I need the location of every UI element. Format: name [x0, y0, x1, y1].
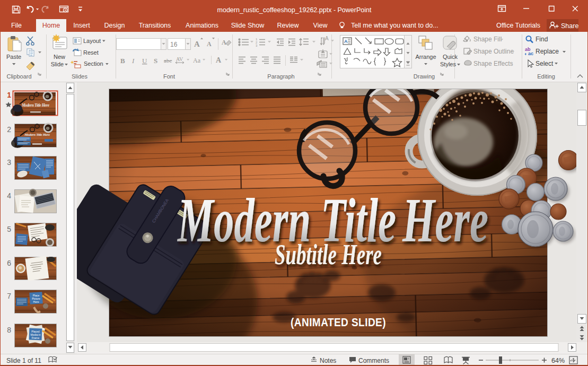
svg-text:(ANIMATED SLIDE): (ANIMATED SLIDE): [291, 316, 386, 329]
svg-text:3: 3: [7, 158, 11, 167]
svg-text:Find: Find: [536, 36, 548, 43]
svg-text:modern_rustic_coffeeshop_19262: modern_rustic_coffeeshop_19262.pptx - Po…: [217, 6, 372, 14]
svg-text:6: 6: [7, 259, 11, 267]
svg-text:New: New: [54, 54, 65, 60]
svg-text:Subtitle Here: Subtitle Here: [275, 238, 382, 271]
svg-text:Modern Title Here: Modern Title Here: [21, 103, 50, 108]
svg-text:I: I: [131, 57, 135, 65]
svg-text:Slides: Slides: [72, 73, 87, 80]
svg-text:Font: Font: [163, 73, 175, 80]
svg-text:Reset: Reset: [83, 49, 99, 56]
svg-text:A: A: [216, 56, 222, 64]
svg-text:5: 5: [7, 225, 11, 233]
svg-text:Arrange: Arrange: [415, 54, 436, 60]
svg-text:Clipboard: Clipboard: [6, 73, 31, 80]
svg-text:8: 8: [7, 326, 11, 334]
svg-text:Here: Here: [402, 186, 488, 255]
svg-text:Share: Share: [561, 22, 578, 30]
svg-text:Aa: Aa: [193, 57, 201, 64]
svg-text:7: 7: [7, 292, 11, 300]
svg-text:A: A: [344, 39, 348, 44]
svg-text:A: A: [325, 36, 329, 41]
svg-text:Layout: Layout: [83, 38, 101, 44]
svg-text:Shape Outline: Shape Outline: [473, 48, 514, 55]
svg-text:Select: Select: [536, 60, 554, 67]
svg-text:S: S: [154, 57, 157, 65]
svg-text:Frame: Frame: [32, 336, 40, 339]
svg-text:U: U: [142, 57, 147, 65]
svg-text:Comments: Comments: [358, 357, 389, 364]
svg-text:ac: ac: [528, 51, 533, 56]
svg-text:Shape Fill: Shape Fill: [473, 36, 502, 43]
svg-text:4: 4: [7, 191, 11, 200]
svg-text:Slide: Slide: [51, 61, 64, 67]
svg-text:Drawing: Drawing: [414, 73, 435, 80]
svg-text:Slide 1 of 11: Slide 1 of 11: [6, 357, 41, 364]
svg-text:Tell me what you want to do...: Tell me what you want to do...: [351, 22, 438, 29]
svg-text:64%: 64%: [551, 357, 565, 364]
svg-text:Here: Here: [33, 300, 39, 303]
svg-text:Quick: Quick: [443, 54, 458, 60]
svg-text:Modern Title Here: Modern Title Here: [24, 133, 50, 137]
svg-text:A: A: [207, 40, 212, 48]
svg-text:Editing: Editing: [537, 73, 555, 80]
svg-text:A: A: [222, 39, 226, 46]
svg-text:abc: abc: [164, 57, 172, 64]
svg-text:Paragraph: Paragraph: [267, 73, 294, 80]
svg-text:16: 16: [170, 41, 178, 48]
svg-text:Paste: Paste: [6, 54, 21, 60]
svg-text:Shape Effects: Shape Effects: [473, 60, 513, 67]
svg-text:2: 2: [7, 125, 11, 134]
svg-text:Replace: Replace: [536, 48, 559, 55]
svg-text:Styles: Styles: [440, 61, 456, 67]
svg-text:B: B: [120, 57, 125, 65]
svg-text:Notes: Notes: [320, 357, 336, 364]
svg-text:3: 3: [256, 44, 258, 47]
svg-text:A: A: [194, 40, 200, 48]
svg-text:1: 1: [7, 91, 11, 99]
svg-text:Section: Section: [84, 60, 103, 67]
svg-text:AV: AV: [176, 56, 183, 62]
